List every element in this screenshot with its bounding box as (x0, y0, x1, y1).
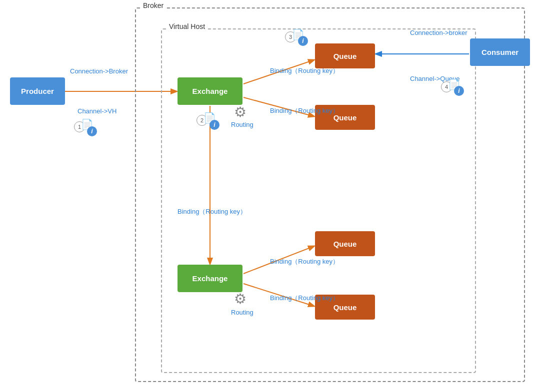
routing2-label: Routing (231, 309, 254, 316)
channel-vh-label: Channel->VH (78, 107, 116, 115)
diagram-container: Broker Virtual Host Producer Consumer Ex… (0, 0, 547, 392)
connection-broker-label: Connection->Broker (70, 67, 128, 75)
binding3-label: Binding（Routing key） (178, 207, 246, 216)
exchange1-node: Exchange (178, 77, 242, 105)
binding4-label: Binding（Routing key） (270, 257, 339, 266)
routing1-label: Routing (231, 121, 254, 128)
queue3-label: Queue (334, 240, 357, 248)
gear2-icon: ⚙ (234, 291, 246, 307)
connection-broker-top-label: Connection->broker (410, 29, 468, 36)
queue4-label: Queue (334, 303, 357, 312)
consumer-label: Consumer (482, 48, 518, 56)
info4-icon: i (454, 86, 464, 96)
info1-icon: i (87, 126, 97, 136)
binding2-label: Binding（Routing key） (270, 106, 339, 115)
binding5-label: Binding（Routing key） (270, 294, 339, 303)
binding1-label: Binding（Routing key） (270, 66, 339, 75)
queue3-node: Queue (315, 231, 375, 256)
exchange2-node: Exchange (178, 265, 242, 292)
gear1-icon: ⚙ (234, 104, 246, 120)
info3-icon: i (298, 36, 308, 46)
exchange2-label: Exchange (192, 274, 228, 283)
queue1-node: Queue (315, 43, 375, 68)
exchange1-label: Exchange (192, 87, 228, 95)
producer-node: Producer (10, 77, 65, 105)
producer-label: Producer (21, 87, 54, 95)
queue1-label: Queue (334, 52, 357, 60)
broker-label: Broker (141, 1, 166, 9)
vhost-label: Virtual Host (167, 22, 207, 30)
consumer-node: Consumer (470, 38, 530, 66)
info2-icon: i (210, 120, 220, 130)
